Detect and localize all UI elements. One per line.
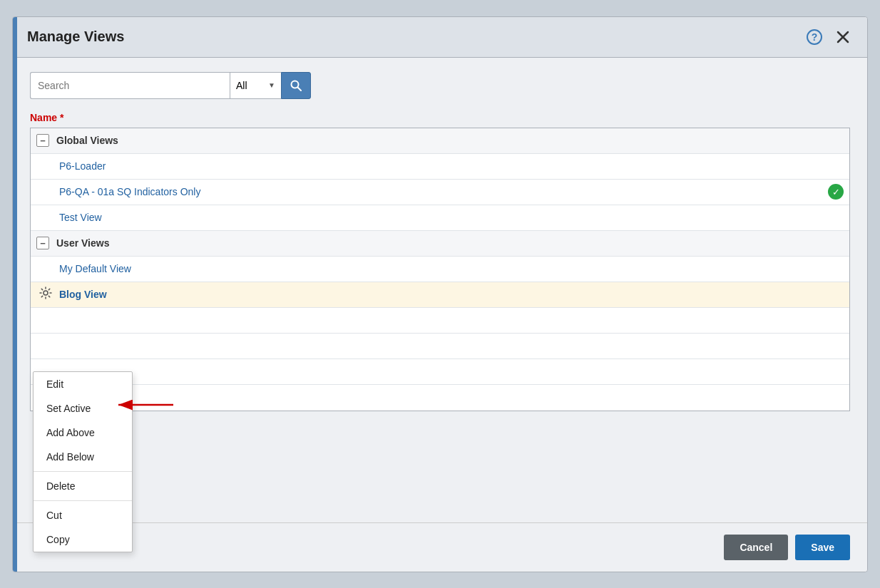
p6qa-link[interactable]: P6-QA - 01a SQ Indicators Only: [56, 180, 822, 203]
required-marker: *: [60, 112, 63, 123]
collapse-user-icon[interactable]: −: [36, 237, 49, 249]
blogview-link[interactable]: Blog View: [56, 283, 844, 306]
empty-row-4: [31, 385, 849, 411]
search-dropdown[interactable]: All Global User: [230, 72, 281, 99]
context-menu-copy[interactable]: Copy: [34, 527, 132, 552]
dialog-footer: Cancel Save: [13, 522, 867, 572]
context-menu-add-above[interactable]: Add Above: [34, 421, 132, 445]
p6loader-link[interactable]: P6-Loader: [56, 155, 844, 177]
empty-row-2: [31, 334, 849, 359]
search-dropdown-wrap: All Global User: [230, 72, 281, 99]
tree-row-testview: Test View: [31, 205, 849, 231]
global-views-label: Global Views: [53, 129, 844, 152]
tree-row-blogview: Blog View: [31, 282, 849, 308]
active-badge: ✓: [828, 184, 844, 200]
manage-views-dialog: Manage Views ? All: [12, 16, 868, 572]
tree-container: − Global Views P6-Loader P6-QA - 01a SQ …: [30, 128, 850, 411]
help-button[interactable]: ?: [804, 27, 824, 47]
context-menu-add-below[interactable]: Add Below: [34, 445, 132, 469]
search-input[interactable]: [30, 72, 230, 99]
header-icons: ?: [804, 27, 853, 47]
tree-row-mydefault: My Default View: [31, 257, 849, 282]
name-label: Name *: [30, 112, 850, 123]
search-row: All Global User: [30, 72, 850, 99]
group-row-global: − Global Views: [31, 128, 849, 154]
svg-line-5: [298, 87, 302, 91]
close-button[interactable]: [833, 27, 853, 47]
save-button[interactable]: Save: [795, 535, 850, 560]
context-menu-divider-2: [34, 500, 132, 501]
gear-button[interactable]: [36, 284, 55, 305]
context-menu-edit[interactable]: Edit: [34, 372, 132, 396]
context-menu-delete[interactable]: Delete: [34, 474, 132, 498]
empty-row-1: [31, 308, 849, 334]
cancel-button[interactable]: Cancel: [724, 535, 788, 560]
tree-row-p6qa: P6-QA - 01a SQ Indicators Only ✓: [31, 180, 849, 205]
context-menu-cut[interactable]: Cut: [34, 503, 132, 527]
svg-text:?: ?: [812, 31, 818, 43]
dialog-body: All Global User Name * − Global Vie: [13, 58, 867, 522]
context-menu-set-active[interactable]: Set Active: [34, 396, 132, 421]
dialog-title: Manage Views: [27, 29, 124, 45]
mydefault-link[interactable]: My Default View: [56, 257, 844, 280]
testview-link[interactable]: Test View: [56, 206, 844, 229]
svg-point-6: [44, 291, 48, 295]
collapse-global-icon[interactable]: −: [36, 134, 49, 147]
context-menu: Edit Set Active Add Above Add Below Dele…: [33, 371, 133, 552]
dialog-header: Manage Views ?: [13, 17, 867, 58]
user-views-label: User Views: [53, 232, 844, 254]
search-button[interactable]: [281, 72, 311, 99]
empty-row-3: [31, 359, 849, 385]
tree-row-p6loader: P6-Loader: [31, 154, 849, 180]
context-menu-divider-1: [34, 471, 132, 472]
group-row-user: − User Views: [31, 231, 849, 257]
